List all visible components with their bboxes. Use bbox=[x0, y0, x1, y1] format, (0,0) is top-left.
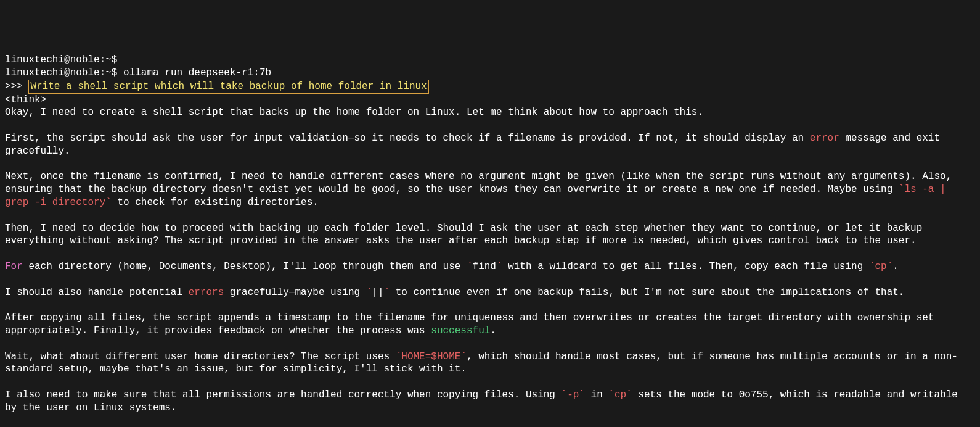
blank-line bbox=[5, 273, 975, 286]
prompt-host: noble bbox=[70, 67, 100, 78]
output-paragraph: I also need to make sure that all permis… bbox=[5, 389, 975, 415]
code-snippet: find bbox=[473, 261, 496, 272]
output-paragraph: For each directory (home, Documents, Des… bbox=[5, 260, 975, 273]
output-paragraph: Wait, what about different user home dir… bbox=[5, 350, 975, 376]
code-snippet: cp bbox=[615, 389, 626, 400]
output-paragraph: After copying all files, the script appe… bbox=[5, 312, 975, 338]
successful-keyword: successful bbox=[431, 325, 490, 336]
shell-command: ollama run deepseek-r1:7b bbox=[123, 67, 271, 78]
prompt-path: ~ bbox=[105, 54, 112, 65]
for-keyword: For bbox=[5, 261, 23, 272]
code-snippet: || bbox=[372, 287, 383, 298]
think-tag-open: <think> bbox=[5, 94, 975, 107]
blank-line bbox=[5, 119, 975, 132]
blank-line bbox=[5, 299, 975, 312]
code-snippet: HOME=$HOME bbox=[401, 351, 460, 362]
errors-keyword: errors bbox=[189, 287, 224, 298]
output-paragraph: Next, once the filename is confirmed, I … bbox=[5, 170, 975, 209]
blank-line bbox=[5, 338, 975, 350]
prompt-dollar: $ bbox=[112, 54, 118, 65]
code-snippet: cp bbox=[875, 261, 886, 272]
code-snippet: -p bbox=[567, 389, 579, 400]
output-paragraph: Then, I need to decide how to proceed wi… bbox=[5, 222, 975, 248]
output-paragraph: I should also handle potential errors gr… bbox=[5, 286, 975, 299]
blank-line bbox=[5, 209, 975, 222]
prompt-user: linuxtechi bbox=[5, 67, 64, 78]
blank-line bbox=[5, 247, 975, 260]
output-paragraph: First, the script should ask the user fo… bbox=[5, 132, 975, 158]
prompt-dollar: $ bbox=[112, 67, 123, 78]
prompt-host: noble bbox=[70, 54, 100, 65]
prompt-path: ~ bbox=[105, 67, 112, 78]
terminal-output[interactable]: linuxtechi@noble:~$linuxtechi@noble:~$ o… bbox=[5, 54, 975, 427]
repl-prompt: >>> bbox=[5, 81, 28, 92]
blank-line bbox=[5, 415, 975, 428]
blank-line bbox=[5, 158, 975, 171]
output-paragraph: Okay, I need to create a shell script th… bbox=[5, 106, 975, 119]
user-query-highlight: Write a shell script which will take bac… bbox=[28, 80, 428, 94]
repl-input-line: >>> Write a shell script which will take… bbox=[5, 80, 975, 94]
error-keyword: error bbox=[810, 133, 839, 144]
prompt-user: linuxtechi bbox=[5, 54, 64, 65]
prompt-line-2: linuxtechi@noble:~$ ollama run deepseek-… bbox=[5, 67, 975, 80]
prompt-line-1: linuxtechi@noble:~$ bbox=[5, 54, 975, 67]
blank-line bbox=[5, 376, 975, 389]
